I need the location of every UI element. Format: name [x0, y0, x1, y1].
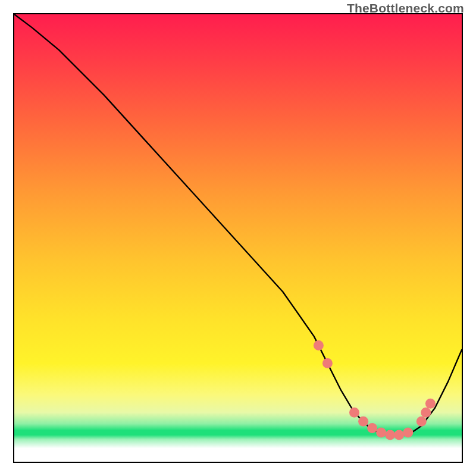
highlight-dot [394, 430, 404, 440]
highlight-dot [376, 428, 386, 438]
plot-area [13, 13, 463, 463]
highlight-dot [385, 430, 395, 440]
highlight-dot [367, 423, 377, 433]
bottleneck-curve [14, 14, 462, 435]
highlight-dot [416, 416, 427, 427]
highlight-dot [349, 408, 359, 418]
highlight-dot [403, 428, 413, 438]
highlight-dot [425, 399, 436, 409]
highlight-dot [421, 408, 431, 418]
highlight-dot [314, 340, 324, 350]
curve-layer [14, 14, 462, 462]
highlight-dot [358, 416, 368, 427]
highlight-dot [322, 358, 333, 368]
chart-stage: TheBottleneck.com [0, 0, 476, 476]
highlight-dots [314, 340, 436, 440]
